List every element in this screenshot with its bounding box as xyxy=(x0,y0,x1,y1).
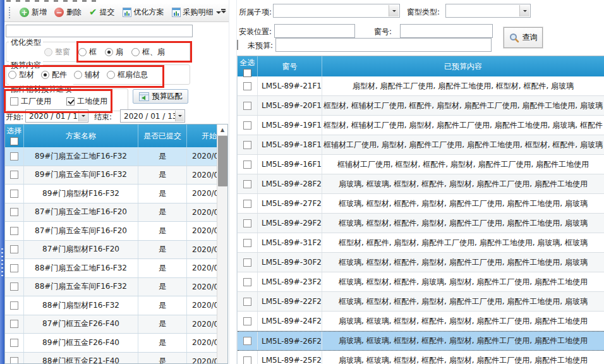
delete-button[interactable]: − 删除 xyxy=(51,6,85,19)
plan-table-row[interactable]: 89#门扇五金工地F16-F32 是 2020/0 xyxy=(5,147,227,166)
plan-table-row[interactable]: 87#门扇型材F16-F20 是 2020/0 xyxy=(5,241,227,260)
row-checkbox[interactable] xyxy=(10,264,18,272)
dock-strip[interactable] xyxy=(0,0,4,364)
optimize-type-option[interactable]: 整窗 xyxy=(44,47,70,58)
row-checkbox[interactable] xyxy=(243,141,251,149)
row-checkbox[interactable] xyxy=(243,298,251,306)
window-table-row[interactable]: LM5L-89#-31F29 框型材, 框配件, 扇型材, 扇配件工厂使用, 扇… xyxy=(238,233,604,253)
plan-filter-input[interactable] xyxy=(6,25,193,37)
usage-option[interactable]: 工地使用 xyxy=(66,96,107,107)
window-table-row[interactable]: LM5L-89#-23F21 框玻璃, 框型材, 框配件, 扇玻璃, 扇型材, … xyxy=(238,272,604,292)
radio-icon[interactable] xyxy=(105,48,113,56)
radio-icon[interactable] xyxy=(8,71,16,79)
query-button[interactable]: 查询 xyxy=(504,27,543,48)
checkbox-icon[interactable] xyxy=(10,97,18,106)
plan-name-column-header[interactable]: 方案名称 xyxy=(24,124,138,147)
window-type-combobox[interactable] xyxy=(445,4,531,18)
row-checkbox[interactable] xyxy=(10,357,18,364)
no-budget-checkbox[interactable] xyxy=(237,40,238,50)
row-checkbox[interactable] xyxy=(10,301,18,310)
window-table-row[interactable]: LM5L-89#-26F24 扇玻璃, 框玻璃, 框型材, 框配件, 扇型材, … xyxy=(238,331,604,351)
radio-icon[interactable] xyxy=(78,48,87,56)
row-checkbox[interactable] xyxy=(10,245,18,253)
plan-table-row[interactable]: 87#门扇五金车间F16-F20 是 2020/0 xyxy=(5,222,227,241)
row-checkbox[interactable] xyxy=(243,258,251,267)
row-checkbox[interactable] xyxy=(243,317,251,325)
window-type-dropdown-button[interactable] xyxy=(519,5,529,16)
window-table-row[interactable]: LM5L-89#-16F15 框辅材工厂使用, 框型材, 框配件, 扇型材, 扇… xyxy=(238,155,604,174)
radio-icon[interactable] xyxy=(41,71,49,79)
plan-table-scrollbar[interactable]: ▲ xyxy=(217,124,227,363)
scroll-up-button[interactable]: ▲ xyxy=(217,124,227,136)
install-position-input[interactable] xyxy=(274,24,355,38)
plan-table-row[interactable]: 88#门框五金F21-F40 是 2020/0 xyxy=(5,353,227,364)
window-table-row[interactable]: LM5L-89#-29F27 框玻璃, 框型材, 框配件, 扇型材, 扇配件工厂… xyxy=(238,214,604,233)
row-checkbox[interactable] xyxy=(10,339,18,347)
select-all-checkbox[interactable] xyxy=(243,69,251,77)
row-checkbox[interactable] xyxy=(243,82,251,90)
window-table-row[interactable]: LM5L-89#-19F17 框型材, 框辅材工厂使用, 扇型材, 扇配件工厂使… xyxy=(238,116,604,135)
submitted-column-header[interactable]: 是否已提交 xyxy=(138,124,187,147)
plan-table-row[interactable]: 89#门框五金F26-F40 是 2020/0 xyxy=(5,334,227,353)
row-checkbox[interactable] xyxy=(243,200,251,208)
window-table-row[interactable]: LM5L-89#-18F16 框辅材工厂使用, 扇型材, 扇配件工厂使用, 扇配… xyxy=(238,135,604,155)
toolbar-overflow-button[interactable] xyxy=(219,9,227,18)
radio-icon[interactable] xyxy=(107,71,115,79)
optimize-plan-button[interactable]: 优化方案 xyxy=(119,6,168,19)
start-date-dropdown-button[interactable] xyxy=(78,111,87,121)
row-checkbox[interactable] xyxy=(243,239,251,247)
submit-button[interactable]: ✔ 提交 xyxy=(85,6,119,19)
sub-item-dropdown-button[interactable] xyxy=(389,5,399,16)
plan-table-row[interactable]: 88#门扇型材F16-F32 是 2020/0 xyxy=(5,296,227,315)
select-all-checkbox[interactable] xyxy=(10,137,18,145)
budget-content-option[interactable]: 型材 xyxy=(8,70,34,80)
end-date-picker[interactable]: 2020 / 01 / 13 xyxy=(120,109,185,123)
window-no-input[interactable] xyxy=(400,24,493,38)
window-table-row[interactable]: LM5L-89#-21F19 扇型材, 扇配件工厂使用, 扇配件工地使用, 框型… xyxy=(238,76,604,96)
row-checkbox[interactable] xyxy=(243,180,251,188)
row-checkbox[interactable] xyxy=(243,121,251,130)
plan-table-row[interactable]: 89#门扇型材F16-F32 是 2020/0 xyxy=(5,185,227,203)
panel-splitter[interactable] xyxy=(229,0,237,364)
no-budget-input[interactable] xyxy=(275,38,492,52)
scrollbar-thumb[interactable] xyxy=(218,136,227,186)
row-checkbox[interactable] xyxy=(243,278,251,286)
plan-table-row[interactable]: 89#门扇五金车间F16-F32 是 2020/0 xyxy=(5,166,227,185)
plan-table-row[interactable]: 88#门扇五金车间F16-F32 是 2020/0 xyxy=(5,278,227,297)
window-table-row[interactable]: LM5L-89#-24F22 扇玻璃, 框玻璃, 框型材, 框配件, 扇型材, … xyxy=(238,312,604,331)
row-checkbox[interactable] xyxy=(10,152,18,161)
add-button[interactable]: + 新增 xyxy=(16,6,51,19)
budget-content-option[interactable]: 配件 xyxy=(41,70,67,80)
row-checkbox[interactable] xyxy=(243,219,251,228)
budget-content-option[interactable]: 框扇信息 xyxy=(107,70,148,80)
radio-icon[interactable] xyxy=(131,48,140,56)
window-table-row[interactable]: LM5L-89#-20F18 框型材, 框辅材工厂使用, 框配件, 扇型材, 扇… xyxy=(238,96,604,116)
end-date-dropdown-button[interactable] xyxy=(175,111,184,121)
row-checkbox[interactable] xyxy=(10,227,18,235)
row-checkbox[interactable] xyxy=(10,171,18,179)
plan-table-row[interactable]: 88#门扇五金工地F16-F32 是 2020/0 xyxy=(5,259,227,278)
window-table-row[interactable]: LM5L-89#-22F20 框玻璃, 框型材, 框配件, 扇型材, 扇配件工厂… xyxy=(238,292,604,312)
toolbar-grip[interactable] xyxy=(9,7,12,18)
plan-table-row[interactable]: 87#门框五金F26-F40 是 2020/0 xyxy=(5,315,227,334)
budget-match-button[interactable]: 预算匹配 xyxy=(133,89,188,104)
start-date-picker[interactable]: 2020 / 01 / 1 xyxy=(25,109,88,123)
row-checkbox[interactable] xyxy=(10,282,18,291)
window-table-row[interactable]: LM5L-89#-28F26 扇玻璃, 框玻璃, 框型材, 框配件, 扇型材, … xyxy=(238,174,604,194)
optimize-type-option[interactable]: 框 xyxy=(78,47,97,58)
purchase-detail-button[interactable]: 采购明细 xyxy=(168,6,225,19)
row-checkbox[interactable] xyxy=(243,102,251,110)
budget-content-option[interactable]: 辅材 xyxy=(74,70,100,80)
row-checkbox[interactable] xyxy=(10,208,18,216)
window-no-column-header[interactable]: 窗号 xyxy=(258,56,322,76)
row-checkbox[interactable] xyxy=(243,356,251,364)
window-table-row[interactable]: LM5L-89#-27F25 框玻璃, 框型材, 框配件, 扇型材, 扇配件工厂… xyxy=(238,194,604,214)
plan-table-row[interactable]: 87#门扇五金工地F16-F20 是 2020/0 xyxy=(5,203,227,222)
row-checkbox[interactable] xyxy=(10,190,18,198)
row-checkbox[interactable] xyxy=(243,337,251,345)
budgeted-content-column-header[interactable]: 已预算内容 xyxy=(322,56,604,76)
row-checkbox[interactable] xyxy=(10,320,18,328)
optimize-type-option[interactable]: 扇 xyxy=(105,47,123,58)
window-table-row[interactable]: LM5L-89#-30F28 框玻璃, 框型材, 框配件, 扇型材, 扇配件工厂… xyxy=(238,253,604,272)
usage-option[interactable]: 工厂使用 xyxy=(10,96,51,107)
